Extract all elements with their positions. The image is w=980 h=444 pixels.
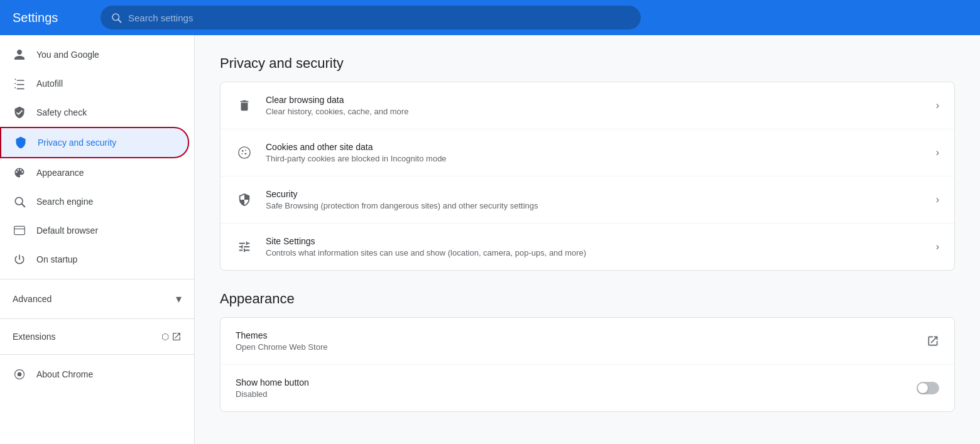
privacy-section: Privacy and security Clear browsing data… [220,55,955,271]
sidebar-item-default-browser[interactable]: Default browser [0,216,189,245]
appearance-section-title: Appearance [220,291,955,307]
svg-rect-4 [14,226,25,234]
trash-icon [236,97,253,114]
clear-browsing-text: Clear browsing data Clear history, cooki… [266,95,923,116]
sidebar-label-about-chrome: About Chrome [36,369,93,379]
body: You and Google Autofill Safety check [0,35,980,444]
cookies-item[interactable]: Cookies and other site data Third-party … [220,129,954,176]
external-link-icon: ⬡ [161,332,169,342]
svg-point-8 [239,147,250,158]
sidebar-divider-3 [0,354,194,355]
toggle-knob [918,383,928,393]
search-engine-icon [13,195,26,208]
svg-line-1 [118,19,121,22]
sidebar-label-autofill: Autofill [36,79,63,89]
sidebar-label-privacy-and-security: Privacy and security [38,138,116,148]
site-settings-title: Site Settings [266,236,923,246]
chevron-right-icon-4: › [936,241,939,252]
sidebar-item-search-engine[interactable]: Search engine [0,187,189,216]
cookies-desc: Third-party cookies are blocked in Incog… [266,154,923,163]
sidebar-item-on-startup[interactable]: On startup [0,245,189,274]
sidebar-item-extensions[interactable]: Extensions ⬡ [0,324,194,349]
sidebar-item-about-chrome[interactable]: About Chrome [0,360,189,389]
sidebar-item-advanced[interactable]: Advanced ▾ [0,284,194,313]
svg-point-6 [18,372,22,377]
cookie-icon [236,144,253,161]
themes-text: Themes Open Chrome Web Store [236,330,927,352]
security-icon [236,191,253,208]
sidebar-divider-1 [0,279,194,279]
site-settings-desc: Controls what information sites can use … [266,248,923,257]
sidebar: You and Google Autofill Safety check [0,35,195,444]
show-home-button-item[interactable]: Show home button Disabled [220,365,954,411]
autofill-icon [13,77,26,90]
svg-point-10 [244,153,246,154]
show-home-button-toggle[interactable] [917,382,939,394]
open-new-icon [172,332,182,342]
person-icon [13,48,26,62]
sidebar-item-appearance[interactable]: Appearance [0,158,189,187]
settings-title: Settings [13,11,88,25]
clear-browsing-desc: Clear history, cookies, cache, and more [266,107,923,116]
chevron-down-icon: ▾ [176,292,182,306]
security-desc: Safe Browsing (protection from dangerous… [266,201,923,210]
security-title: Security [266,189,923,199]
chevron-right-icon-2: › [936,147,939,158]
site-settings-item[interactable]: Site Settings Controls what information … [220,224,954,270]
site-settings-text: Site Settings Controls what information … [266,236,923,257]
themes-title: Themes [236,330,927,340]
sidebar-label-on-startup: On startup [36,254,77,264]
sidebar-label-default-browser: Default browser [36,225,98,236]
security-item[interactable]: Security Safe Browsing (protection from … [220,176,954,224]
svg-point-9 [242,150,244,152]
header: Settings [0,0,980,35]
chevron-right-icon-3: › [936,194,939,205]
cookies-text: Cookies and other site data Third-party … [266,142,923,163]
sidebar-item-privacy-and-security[interactable]: Privacy and security [0,127,189,158]
clear-browsing-title: Clear browsing data [266,95,923,105]
palette-icon [13,166,26,180]
sidebar-item-safety-check[interactable]: Safety check [0,98,189,127]
sliders-icon [236,238,253,256]
search-bar[interactable] [101,6,641,30]
advanced-label: Advanced [13,294,52,304]
sidebar-label-search-engine: Search engine [36,197,93,207]
sidebar-item-autofill[interactable]: Autofill [0,69,189,98]
browser-icon [13,224,26,237]
appearance-card: Themes Open Chrome Web Store Show home b… [220,317,955,412]
themes-item[interactable]: Themes Open Chrome Web Store [220,318,954,365]
svg-point-11 [241,153,242,154]
appearance-section: Appearance Themes Open Chrome Web Store [220,291,955,412]
sidebar-item-you-and-google[interactable]: You and Google [0,40,189,69]
sidebar-label-you-and-google: You and Google [36,50,99,60]
search-input[interactable] [128,13,631,23]
shield-check-icon [13,106,26,119]
show-home-button-desc: Disabled [236,389,917,399]
chrome-icon [13,367,26,381]
cookies-title: Cookies and other site data [266,142,923,152]
chevron-right-icon: › [936,100,939,111]
shield-icon [14,136,28,149]
themes-external-link-icon [927,335,939,347]
power-icon [13,252,26,266]
security-text: Security Safe Browsing (protection from … [266,189,923,210]
show-home-button-text: Show home button Disabled [236,377,917,399]
search-icon [111,12,122,23]
clear-browsing-data-item[interactable]: Clear browsing data Clear history, cooki… [220,82,954,129]
svg-line-3 [22,204,25,207]
sidebar-divider-2 [0,318,194,319]
themes-desc: Open Chrome Web Store [236,342,927,352]
privacy-card: Clear browsing data Clear history, cooki… [220,82,955,271]
show-home-button-title: Show home button [236,377,917,387]
sidebar-label-appearance: Appearance [36,168,84,178]
sidebar-label-safety-check: Safety check [36,107,87,117]
extensions-label: Extensions [13,332,161,342]
main-content: Privacy and security Clear browsing data… [195,35,980,444]
privacy-section-title: Privacy and security [220,55,955,72]
svg-point-12 [245,149,246,151]
